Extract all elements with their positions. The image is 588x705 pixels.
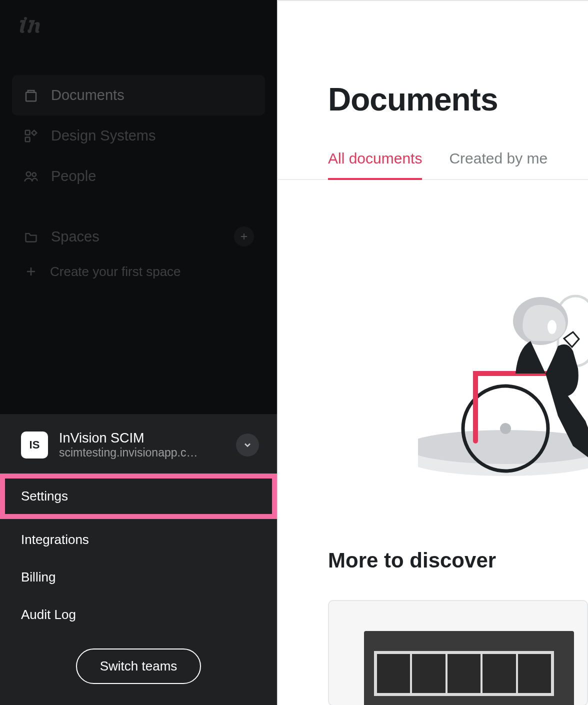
folder-icon [23,228,39,244]
add-space-button[interactable] [234,226,254,246]
sidebar: Documents Design Systems People Spaces [0,0,277,705]
svg-point-6 [418,430,588,464]
documents-icon [23,88,39,104]
svg-rect-0 [26,92,36,101]
create-first-space[interactable]: Create your first space [12,256,265,286]
team-panel: IS InVision SCIM scimtesting.invisionapp… [0,414,277,705]
team-menu: Settings Integrations Billing Audit Log [0,474,277,634]
svg-point-9 [500,423,511,434]
invision-logo-icon [17,16,46,36]
menu-item-label: Billing [21,570,56,584]
team-expand-button[interactable] [236,434,259,456]
menu-item-audit-log[interactable]: Audit Log [0,596,277,634]
discover-card[interactable] [328,600,588,705]
thumbnail [448,654,480,693]
sidebar-item-label: People [51,168,96,184]
team-url: scimtesting.invisionapp.c… [59,446,214,460]
sidebar-item-documents[interactable]: Documents [12,75,265,116]
nav-section: Documents Design Systems People [0,55,277,196]
svg-point-4 [32,172,36,176]
svg-point-11 [548,320,556,334]
people-icon [23,168,39,184]
thumbnail [518,654,551,693]
team-name: InVision SCIM [59,430,225,446]
design-systems-icon [23,128,39,144]
menu-item-label: Integrations [21,532,89,547]
svg-rect-1 [26,130,30,134]
sidebar-item-label: Design Systems [51,128,156,144]
thumbnail [482,654,516,693]
switch-teams-wrap: Switch teams [0,634,277,705]
plus-icon [23,264,39,280]
svg-point-3 [26,172,31,176]
menu-item-label: Audit Log [21,607,76,622]
menu-item-billing[interactable]: Billing [0,558,277,596]
menu-item-settings[interactable]: Settings [0,474,277,519]
empty-state-illustration [418,291,588,501]
team-avatar: IS [21,432,48,458]
chevron-down-icon [242,440,252,450]
tab-all-documents[interactable]: All documents [328,150,422,180]
tabs: All documents Created by me [278,118,588,180]
plus-icon [240,232,248,241]
spaces-label: Spaces [51,228,100,245]
sidebar-item-design-systems[interactable]: Design Systems [12,116,265,156]
svg-rect-2 [26,137,30,142]
discover-title: More to discover [328,548,496,572]
card-thumbnails [374,651,554,696]
thumbnail [412,654,445,693]
sidebar-item-people[interactable]: People [12,156,265,196]
page-title: Documents [278,1,588,118]
team-row[interactable]: IS InVision SCIM scimtesting.invisionapp… [0,414,277,474]
create-space-label: Create your first space [50,264,181,280]
main-content: Documents All documents Created by me Mo… [277,0,588,705]
menu-item-integrations[interactable]: Integrations [0,521,277,558]
switch-teams-button[interactable]: Switch teams [76,648,202,684]
sidebar-item-label: Documents [51,87,124,104]
menu-item-label: Settings [21,488,68,504]
tab-created-by-me[interactable]: Created by me [449,150,548,179]
spaces-section: Spaces Create your first space [0,196,277,286]
thumbnail [377,654,410,693]
spaces-header: Spaces [12,216,265,256]
team-info: InVision SCIM scimtesting.invisionapp.c… [59,430,225,460]
logo[interactable] [0,0,277,55]
